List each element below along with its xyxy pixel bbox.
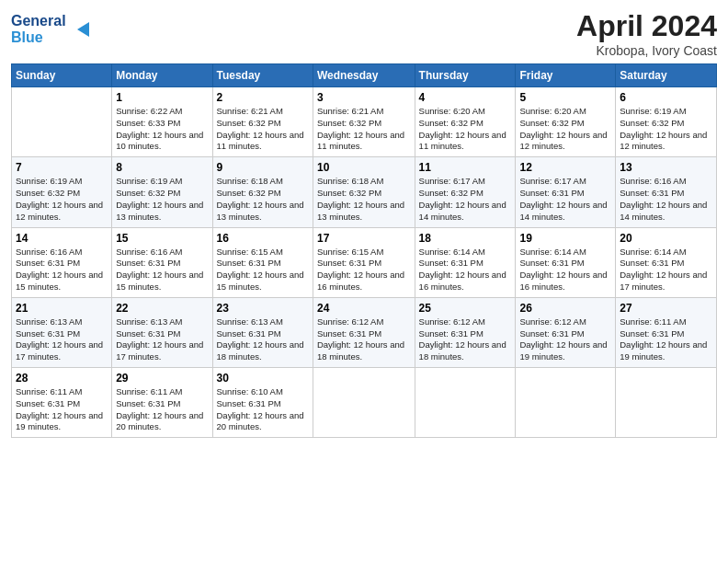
day-number: 12 [519, 161, 611, 174]
calendar-cell: 27Sunrise: 6:11 AM Sunset: 6:31 PM Dayli… [616, 297, 717, 367]
day-info: Sunrise: 6:11 AM Sunset: 6:31 PM Dayligh… [620, 316, 712, 363]
day-number: 2 [217, 91, 309, 104]
calendar-cell: 17Sunrise: 6:15 AM Sunset: 6:31 PM Dayli… [313, 227, 415, 297]
calendar-cell: 3Sunrise: 6:21 AM Sunset: 6:32 PM Daylig… [313, 87, 415, 157]
day-number: 17 [317, 232, 411, 245]
calendar-cell [12, 87, 112, 157]
weekday-header: Tuesday [212, 64, 313, 87]
day-info: Sunrise: 6:20 AM Sunset: 6:32 PM Dayligh… [419, 106, 512, 153]
location: Krobopa, Ivory Coast [576, 43, 717, 58]
calendar-week-row: 14Sunrise: 6:16 AM Sunset: 6:31 PM Dayli… [12, 227, 717, 297]
day-info: Sunrise: 6:19 AM Sunset: 6:32 PM Dayligh… [116, 176, 208, 223]
day-info: Sunrise: 6:14 AM Sunset: 6:31 PM Dayligh… [519, 247, 611, 293]
day-info: Sunrise: 6:16 AM Sunset: 6:31 PM Dayligh… [620, 176, 712, 223]
calendar-cell: 5Sunrise: 6:20 AM Sunset: 6:32 PM Daylig… [516, 87, 616, 157]
calendar-cell: 19Sunrise: 6:14 AM Sunset: 6:31 PM Dayli… [516, 227, 616, 297]
calendar-cell: 12Sunrise: 6:17 AM Sunset: 6:31 PM Dayli… [516, 157, 616, 227]
day-info: Sunrise: 6:15 AM Sunset: 6:31 PM Dayligh… [317, 247, 411, 293]
day-info: Sunrise: 6:11 AM Sunset: 6:31 PM Dayligh… [116, 386, 208, 433]
day-number: 29 [116, 372, 208, 385]
day-number: 8 [116, 161, 208, 174]
calendar-cell: 18Sunrise: 6:14 AM Sunset: 6:31 PM Dayli… [415, 227, 516, 297]
day-info: Sunrise: 6:12 AM Sunset: 6:31 PM Dayligh… [419, 316, 512, 363]
title-area: April 2024 Krobopa, Ivory Coast [576, 9, 717, 58]
day-number: 30 [217, 372, 309, 385]
day-number: 1 [116, 91, 208, 104]
svg-text:Blue: Blue [11, 29, 43, 45]
day-number: 6 [620, 91, 712, 104]
day-info: Sunrise: 6:13 AM Sunset: 6:31 PM Dayligh… [16, 316, 108, 363]
calendar-cell: 2Sunrise: 6:21 AM Sunset: 6:32 PM Daylig… [212, 87, 313, 157]
day-number: 18 [419, 232, 512, 245]
day-number: 21 [16, 302, 108, 315]
calendar-cell: 22Sunrise: 6:13 AM Sunset: 6:31 PM Dayli… [112, 297, 212, 367]
day-info: Sunrise: 6:22 AM Sunset: 6:33 PM Dayligh… [116, 106, 208, 153]
day-number: 9 [217, 161, 309, 174]
calendar-cell: 11Sunrise: 6:17 AM Sunset: 6:32 PM Dayli… [415, 157, 516, 227]
calendar-cell: 20Sunrise: 6:14 AM Sunset: 6:31 PM Dayli… [616, 227, 717, 297]
calendar-cell [415, 368, 516, 438]
day-number: 14 [16, 232, 108, 245]
day-number: 16 [217, 232, 309, 245]
header-row: SundayMondayTuesdayWednesdayThursdayFrid… [12, 64, 717, 87]
day-info: Sunrise: 6:12 AM Sunset: 6:31 PM Dayligh… [519, 316, 611, 363]
calendar-cell: 10Sunrise: 6:18 AM Sunset: 6:32 PM Dayli… [313, 157, 415, 227]
calendar-cell: 24Sunrise: 6:12 AM Sunset: 6:31 PM Dayli… [313, 297, 415, 367]
day-info: Sunrise: 6:20 AM Sunset: 6:32 PM Dayligh… [519, 106, 611, 153]
day-number: 15 [116, 232, 208, 245]
day-info: Sunrise: 6:18 AM Sunset: 6:32 PM Dayligh… [317, 176, 411, 223]
day-number: 13 [620, 161, 712, 174]
calendar-cell: 9Sunrise: 6:18 AM Sunset: 6:32 PM Daylig… [212, 157, 313, 227]
day-info: Sunrise: 6:11 AM Sunset: 6:31 PM Dayligh… [16, 386, 108, 433]
day-number: 7 [16, 161, 108, 174]
day-number: 10 [317, 161, 411, 174]
month-title: April 2024 [576, 9, 717, 43]
day-info: Sunrise: 6:21 AM Sunset: 6:32 PM Dayligh… [317, 106, 411, 153]
day-number: 23 [217, 302, 309, 315]
logo-text: General Blue [11, 9, 94, 54]
calendar-cell [616, 368, 717, 438]
day-info: Sunrise: 6:10 AM Sunset: 6:31 PM Dayligh… [217, 386, 309, 433]
day-number: 19 [519, 232, 611, 245]
day-number: 28 [16, 372, 108, 385]
calendar-cell: 21Sunrise: 6:13 AM Sunset: 6:31 PM Dayli… [12, 297, 112, 367]
header: General Blue April 2024 Krobopa, Ivory C… [11, 9, 717, 58]
svg-marker-2 [77, 22, 89, 37]
day-info: Sunrise: 6:19 AM Sunset: 6:32 PM Dayligh… [620, 106, 712, 153]
calendar-week-row: 1Sunrise: 6:22 AM Sunset: 6:33 PM Daylig… [12, 87, 717, 157]
day-number: 25 [419, 302, 512, 315]
day-info: Sunrise: 6:21 AM Sunset: 6:32 PM Dayligh… [217, 106, 309, 153]
weekday-header: Friday [516, 64, 616, 87]
page-container: General Blue April 2024 Krobopa, Ivory C… [0, 0, 728, 445]
calendar-cell: 26Sunrise: 6:12 AM Sunset: 6:31 PM Dayli… [516, 297, 616, 367]
day-number: 20 [620, 232, 712, 245]
day-number: 4 [419, 91, 512, 104]
calendar-cell: 25Sunrise: 6:12 AM Sunset: 6:31 PM Dayli… [415, 297, 516, 367]
day-number: 22 [116, 302, 208, 315]
calendar-cell [516, 368, 616, 438]
calendar-cell [313, 368, 415, 438]
calendar-cell: 6Sunrise: 6:19 AM Sunset: 6:32 PM Daylig… [616, 87, 717, 157]
calendar-week-row: 21Sunrise: 6:13 AM Sunset: 6:31 PM Dayli… [12, 297, 717, 367]
weekday-header: Sunday [12, 64, 112, 87]
day-number: 3 [317, 91, 411, 104]
day-info: Sunrise: 6:18 AM Sunset: 6:32 PM Dayligh… [217, 176, 309, 223]
weekday-header: Wednesday [313, 64, 415, 87]
calendar-cell: 15Sunrise: 6:16 AM Sunset: 6:31 PM Dayli… [112, 227, 212, 297]
logo: General Blue [11, 9, 94, 54]
calendar-cell: 14Sunrise: 6:16 AM Sunset: 6:31 PM Dayli… [12, 227, 112, 297]
calendar-cell: 23Sunrise: 6:13 AM Sunset: 6:31 PM Dayli… [212, 297, 313, 367]
calendar-cell: 29Sunrise: 6:11 AM Sunset: 6:31 PM Dayli… [112, 368, 212, 438]
calendar-cell: 30Sunrise: 6:10 AM Sunset: 6:31 PM Dayli… [212, 368, 313, 438]
day-info: Sunrise: 6:12 AM Sunset: 6:31 PM Dayligh… [317, 316, 411, 363]
calendar-cell: 7Sunrise: 6:19 AM Sunset: 6:32 PM Daylig… [12, 157, 112, 227]
day-info: Sunrise: 6:16 AM Sunset: 6:31 PM Dayligh… [16, 247, 108, 293]
calendar-cell: 1Sunrise: 6:22 AM Sunset: 6:33 PM Daylig… [112, 87, 212, 157]
day-info: Sunrise: 6:13 AM Sunset: 6:31 PM Dayligh… [116, 316, 208, 363]
day-info: Sunrise: 6:16 AM Sunset: 6:31 PM Dayligh… [116, 247, 208, 293]
calendar-cell: 4Sunrise: 6:20 AM Sunset: 6:32 PM Daylig… [415, 87, 516, 157]
calendar-cell: 13Sunrise: 6:16 AM Sunset: 6:31 PM Dayli… [616, 157, 717, 227]
day-info: Sunrise: 6:17 AM Sunset: 6:32 PM Dayligh… [419, 176, 512, 223]
calendar-week-row: 28Sunrise: 6:11 AM Sunset: 6:31 PM Dayli… [12, 368, 717, 438]
weekday-header: Monday [112, 64, 212, 87]
